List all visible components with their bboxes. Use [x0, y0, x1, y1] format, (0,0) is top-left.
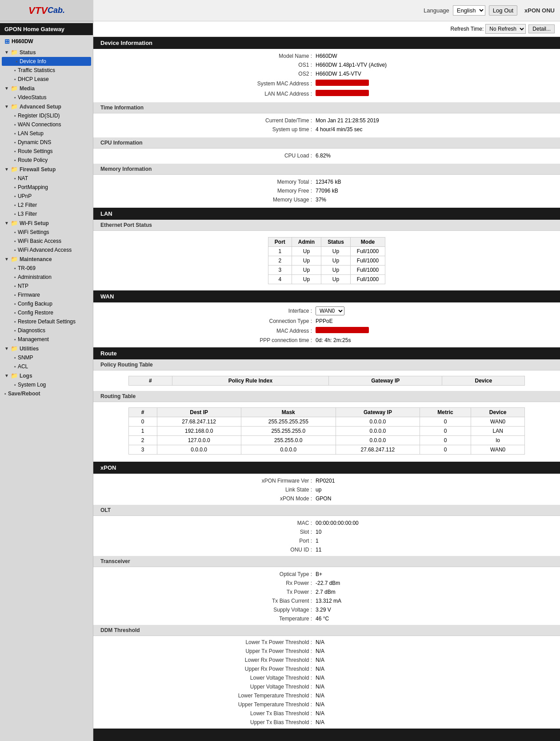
sidebar-item-nat[interactable]: ▪ NAT	[0, 174, 93, 183]
folder-icon: 📁	[11, 256, 18, 262]
model-name-row: Model Name : H660DW	[93, 52, 560, 60]
sidebar-item-utilities[interactable]: ▼ 📁 Utilities	[0, 344, 93, 353]
sidebar-item-media[interactable]: ▼ 📁 Media	[0, 84, 93, 93]
sidebar-item-register-id[interactable]: ▪ Register ID(SLID)	[0, 111, 93, 120]
wan-mac-redacted	[316, 327, 369, 333]
sidebar-item-lan-setup[interactable]: ▪ LAN Setup	[0, 129, 93, 138]
main-content: Refresh Time: No Refresh Detail... Devic…	[93, 21, 560, 741]
sidebar-item-device-info[interactable]: ▪ Device Info	[2, 57, 91, 66]
sidebar-item-wifi-setup[interactable]: ▼ 📁 Wi-Fi Setup	[0, 218, 93, 228]
ppp-time-row: PPP connection time : 0d: 4h: 2m:25s	[93, 336, 560, 345]
sidebar-item-acl[interactable]: ▪ ACL	[0, 362, 93, 371]
cpu-load-label: CPU Load :	[227, 153, 316, 159]
eth-status-header: Ethernet Port Status	[93, 220, 560, 231]
policy-routing-table: # Policy Rule Index Gateway IP Device	[128, 376, 525, 386]
sidebar-item-portmapping[interactable]: ▪ PortMapping	[0, 183, 93, 192]
sidebar-item-l3-filter[interactable]: ▪ L3 Filter	[0, 209, 93, 218]
xpon-label: xPON ONU	[524, 7, 555, 14]
sys-mac-redacted	[316, 80, 369, 86]
mode-3: Full/1000	[350, 266, 385, 275]
lower-rx-row: Lower Rx Power Threshold : N/A	[93, 656, 560, 664]
memory-info-header: Memory Information	[93, 164, 560, 175]
sidebar-item-route-policy[interactable]: ▪ Route Policy	[0, 156, 93, 165]
expand-icon: ▼	[4, 257, 9, 262]
table-row: 2 127.0.0.0 255.255.0.0 0.0.0.0 0 lo	[128, 436, 525, 445]
upper-temp-value: N/A	[316, 701, 427, 708]
sidebar-item-traffic-stats[interactable]: ▪ Traffic Statistics	[0, 66, 93, 75]
mem-usage-row: Memory Usage : 37%	[93, 195, 560, 204]
sidebar-item-logs[interactable]: ▼ 📁 Logs	[0, 371, 93, 380]
routing-table: # Dest IP Mask Gateway IP Metric Device …	[128, 407, 525, 455]
sidebar-item-tr069[interactable]: ▪ TR-069	[0, 264, 93, 273]
rx-power-label: Rx Power :	[227, 580, 316, 586]
refresh-select[interactable]: No Refresh	[485, 24, 526, 34]
lower-temp-value: N/A	[316, 693, 427, 699]
uptime-row: System up time : 4 hour/4 min/35 sec	[93, 125, 560, 134]
lan-mac-label: LAN MAC Address :	[227, 91, 316, 97]
sidebar-item-wifi-basic[interactable]: ▪ WiFi Basic Access	[0, 237, 93, 246]
sidebar-item-wan-connections[interactable]: ▪ WAN Connections	[0, 120, 93, 129]
sidebar-item-advanced-setup[interactable]: ▼ 📁 Advanced Setup	[0, 102, 93, 111]
sidebar-item-maintenance[interactable]: ▼ 📁 Maintenance	[0, 254, 93, 264]
sidebar-item-l2-filter[interactable]: ▪ L2 Filter	[0, 201, 93, 209]
xpon-header: xPON	[93, 462, 560, 474]
admin-3: Up	[292, 266, 321, 275]
lan-mac-redacted	[316, 90, 369, 96]
sidebar-item-status[interactable]: ▼ 📁 Status	[0, 48, 93, 57]
wan-mac-label: MAC Address :	[227, 328, 316, 334]
sidebar-item-upnp[interactable]: ▪ UPnP	[0, 192, 93, 201]
sidebar-item-snmp[interactable]: ▪ SNMP	[0, 353, 93, 362]
detail-button[interactable]: Detail...	[528, 24, 555, 33]
sidebar-item-dynamic-dns[interactable]: ▪ Dynamic DNS	[0, 138, 93, 147]
table-row: 3 Up Up Full/1000	[268, 266, 385, 275]
table-row: 3 0.0.0.0 0.0.0.0 27.68.247.112 0 WAN0	[128, 445, 525, 455]
table-row: 1 192.168.0.0 255.255.255.0 0.0.0.0 0 LA…	[128, 427, 525, 436]
sidebar-item-route-settings[interactable]: ▪ Route Settings	[0, 147, 93, 156]
expand-icon: ▼	[4, 221, 9, 226]
sidebar-item-dhcp-lease[interactable]: ▪ DHCP Lease	[0, 75, 93, 84]
mem-free-row: Memory Free : 77096 kB	[93, 186, 560, 195]
wan-interface-select[interactable]: WAN0	[316, 306, 344, 315]
admin-4: Up	[292, 275, 321, 284]
logout-button[interactable]: Log Out	[489, 5, 517, 16]
policy-col-num: #	[128, 376, 172, 386]
sidebar-item-config-restore[interactable]: ▪ Config Restore	[0, 308, 93, 317]
logo-vtv: VTV	[28, 5, 48, 16]
file-icon: ▪	[14, 140, 16, 145]
sidebar-item-save-reboot[interactable]: ▪ Save/Reboot	[0, 389, 93, 398]
lower-temp-row: Lower Temperature Threshold : N/A	[93, 691, 560, 700]
sidebar-item-wifi-settings[interactable]: ▪ WiFi Settings	[0, 228, 93, 237]
sidebar-item-diagnostics[interactable]: ▪ Diagnostics	[0, 326, 93, 335]
olt-slot-value: 10	[316, 529, 427, 535]
file-icon: ▪	[14, 211, 16, 217]
olt-mac-row: MAC : 00:00:00:00:00:00	[93, 519, 560, 528]
os1-value: H660DW 1.48p1-VTV (Active)	[316, 62, 427, 68]
expand-icon: ▼	[4, 104, 9, 109]
status-4: Up	[321, 275, 351, 284]
sidebar-item-firmware[interactable]: ▪ Firmware	[0, 290, 93, 299]
sidebar-item-system-log[interactable]: ▪ System Log	[0, 380, 93, 389]
sidebar-item-wifi-advanced[interactable]: ▪ WiFi Advanced Access	[0, 246, 93, 254]
sidebar-item-firewall-setup[interactable]: ▼ 📁 Firewall Setup	[0, 165, 93, 174]
sidebar-item-management[interactable]: ▪ Management	[0, 335, 93, 344]
os1-label: OS1 :	[227, 62, 316, 68]
olt-port-row: Port : 1	[93, 536, 560, 545]
lower-voltage-label: Lower Voltage Threshold :	[227, 675, 316, 681]
sidebar-item-administration[interactable]: ▪ Administration	[0, 273, 93, 282]
gateway-ip: 0.0.0.0	[336, 417, 420, 427]
sidebar-item-restore-defaults[interactable]: ▪ Restore Default Settings	[0, 317, 93, 326]
cpu-load-value: 6.82%	[316, 153, 427, 159]
uptime-label: System up time :	[227, 126, 316, 133]
sidebar-item-video-status[interactable]: ▪ VideoStatus	[0, 93, 93, 102]
sidebar-item-config-backup[interactable]: ▪ Config Backup	[0, 299, 93, 308]
sidebar: GPON Home Gateway ⊞ H660DW ▼ 📁 Status ▪ …	[0, 21, 93, 741]
xpon-content: xPON Firmware Ver : RP0201 Link State : …	[93, 474, 560, 505]
sidebar-item-ntp[interactable]: ▪ NTP	[0, 282, 93, 290]
metric: 0	[420, 436, 471, 445]
tx-bias-row: Tx Bias Current : 13.312 mA	[93, 596, 560, 605]
temperature-row: Temperature : 46 °C	[93, 614, 560, 623]
language-select[interactable]: English	[453, 5, 485, 16]
datetime-row: Current Date/Time : Mon Jan 21 21:28:55 …	[93, 116, 560, 125]
dest-ip: 0.0.0.0	[157, 445, 241, 455]
rx-power-value: -22.7 dBm	[316, 580, 427, 586]
